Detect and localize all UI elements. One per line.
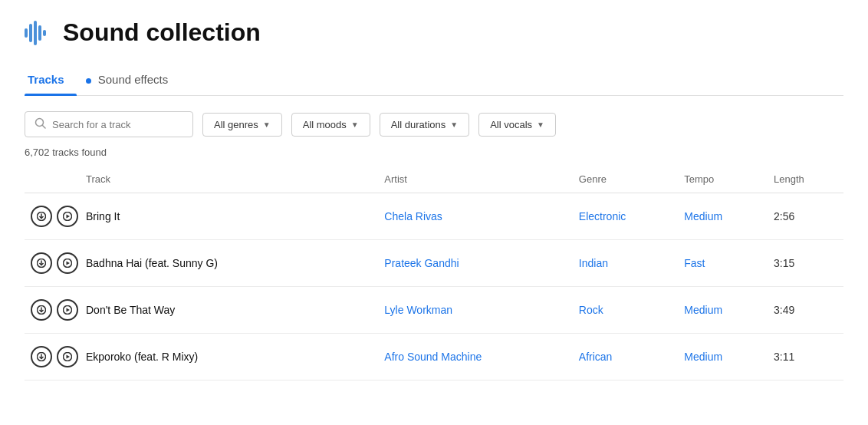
download-button-1[interactable] <box>31 252 52 274</box>
page-header: Sound collection <box>25 18 843 47</box>
track-name-0: Bring It <box>86 210 120 222</box>
play-button-3[interactable] <box>57 346 78 367</box>
tempo-value-3[interactable]: Medium <box>684 351 722 363</box>
svg-rect-4 <box>43 30 46 36</box>
page-title: Sound collection <box>63 18 261 47</box>
genre-link-1[interactable]: Indian <box>579 257 608 269</box>
length-value-1: 3:15 <box>774 257 794 269</box>
search-box[interactable] <box>25 111 193 137</box>
tempo-cell-0: Medium <box>678 193 768 240</box>
tabs-container: Tracks Sound effects <box>25 65 843 96</box>
col-genre: Genre <box>573 169 678 193</box>
artist-cell-3: Afro Sound Machine <box>378 334 572 381</box>
download-button-3[interactable] <box>31 346 52 367</box>
svg-marker-22 <box>67 355 71 359</box>
vocals-chevron-icon: ▼ <box>537 120 544 129</box>
track-cell-3: Ekporoko (feat. R Mixy) <box>25 334 378 381</box>
svg-rect-0 <box>25 28 28 38</box>
artist-link-2[interactable]: Lyle Workman <box>384 304 452 316</box>
tempo-cell-2: Medium <box>678 287 768 334</box>
table-row: Bring It Chela Rivas Electronic Medium 2… <box>25 193 843 240</box>
length-cell-2: 3:49 <box>768 287 843 334</box>
tab-sound-effects[interactable]: Sound effects <box>83 65 181 95</box>
play-button-0[interactable] <box>57 206 78 227</box>
page-container: Sound collection Tracks Sound effects Al… <box>0 0 868 399</box>
tab-sound-effects-label: Sound effects <box>98 73 168 86</box>
search-icon <box>35 117 46 131</box>
table-row: Don't Be That Way Lyle Workman Rock Medi… <box>25 287 843 334</box>
moods-filter-button[interactable]: All moods ▼ <box>291 113 370 137</box>
tempo-cell-3: Medium <box>678 334 768 381</box>
svg-rect-2 <box>34 21 37 45</box>
genre-cell-0: Electronic <box>573 193 678 240</box>
genre-cell-1: Indian <box>573 240 678 287</box>
length-cell-1: 3:15 <box>768 240 843 287</box>
svg-marker-18 <box>67 308 71 312</box>
table-row: Ekporoko (feat. R Mixy) Afro Sound Machi… <box>25 334 843 381</box>
sound-waves-icon <box>25 19 54 47</box>
col-track: Track <box>25 169 378 193</box>
svg-rect-1 <box>29 24 32 42</box>
track-name-1: Badhna Hai (feat. Sunny G) <box>86 257 218 269</box>
artist-link-3[interactable]: Afro Sound Machine <box>384 351 482 363</box>
col-tempo: Tempo <box>678 169 768 193</box>
vocals-filter-button[interactable]: All vocals ▼ <box>478 113 556 137</box>
genre-cell-2: Rock <box>573 287 678 334</box>
genres-chevron-icon: ▼ <box>263 120 271 129</box>
artist-cell-1: Prateek Gandhi <box>378 240 572 287</box>
durations-filter-button[interactable]: All durations ▼ <box>380 113 469 137</box>
col-length: Length <box>768 169 843 193</box>
col-artist: Artist <box>378 169 572 193</box>
length-value-2: 3:49 <box>774 304 794 316</box>
tab-tracks-label: Tracks <box>28 73 64 86</box>
length-cell-3: 3:11 <box>768 334 843 381</box>
length-cell-0: 2:56 <box>768 193 843 240</box>
table-row: Badhna Hai (feat. Sunny G) Prateek Gandh… <box>25 240 843 287</box>
durations-chevron-icon: ▼ <box>450 120 458 129</box>
artist-link-0[interactable]: Chela Rivas <box>384 210 442 222</box>
tab-tracks[interactable]: Tracks <box>25 65 77 95</box>
tempo-value-0[interactable]: Medium <box>684 210 722 222</box>
table-header-row: Track Artist Genre Tempo Length <box>25 169 843 193</box>
track-name-3: Ekporoko (feat. R Mixy) <box>86 351 198 363</box>
tracks-table: Track Artist Genre Tempo Length <box>25 169 843 381</box>
artist-cell-2: Lyle Workman <box>378 287 572 334</box>
svg-marker-10 <box>67 215 71 219</box>
genre-link-0[interactable]: Electronic <box>579 210 626 222</box>
play-button-2[interactable] <box>57 299 78 321</box>
download-button-0[interactable] <box>31 206 52 227</box>
svg-rect-3 <box>38 25 41 41</box>
track-name-2: Don't Be That Way <box>86 304 175 316</box>
length-value-0: 2:56 <box>774 210 794 222</box>
length-value-3: 3:11 <box>774 351 794 363</box>
tab-dot-indicator <box>86 78 91 84</box>
filters-row: All genres ▼ All moods ▼ All durations ▼… <box>25 111 843 137</box>
genres-filter-button[interactable]: All genres ▼ <box>202 113 282 137</box>
svg-line-6 <box>43 126 46 129</box>
track-cell-2: Don't Be That Way <box>25 287 378 334</box>
genres-filter-label: All genres <box>214 119 258 130</box>
durations-filter-label: All durations <box>391 119 446 130</box>
tracks-found-count: 6,702 tracks found <box>25 147 843 158</box>
download-button-2[interactable] <box>31 299 52 321</box>
genre-cell-3: African <box>573 334 678 381</box>
tempo-value-1[interactable]: Fast <box>684 257 705 269</box>
artist-link-1[interactable]: Prateek Gandhi <box>384 257 459 269</box>
play-button-1[interactable] <box>57 252 78 274</box>
vocals-filter-label: All vocals <box>490 119 532 130</box>
track-cell-0: Bring It <box>25 193 378 240</box>
moods-chevron-icon: ▼ <box>351 120 359 129</box>
tempo-value-2[interactable]: Medium <box>684 304 722 316</box>
artist-cell-0: Chela Rivas <box>378 193 572 240</box>
search-input[interactable] <box>52 119 183 130</box>
track-cell-1: Badhna Hai (feat. Sunny G) <box>25 240 378 287</box>
svg-marker-14 <box>67 262 71 265</box>
tempo-cell-1: Fast <box>678 240 768 287</box>
genre-link-3[interactable]: African <box>579 351 613 363</box>
moods-filter-label: All moods <box>303 119 347 130</box>
genre-link-2[interactable]: Rock <box>579 304 603 316</box>
